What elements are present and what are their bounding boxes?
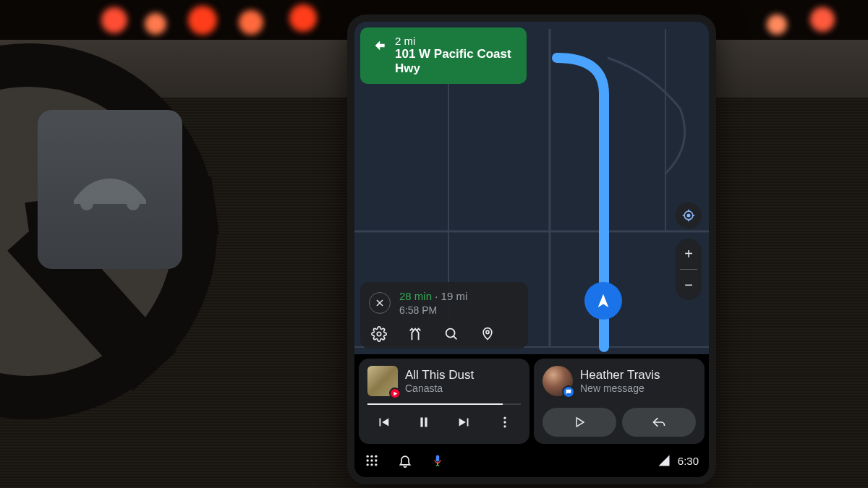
eta-card[interactable]: 28 min · 19 mi 6:58 PM [360, 282, 528, 348]
message-status: New message [580, 382, 660, 394]
infotainment-screen: 2 mi 101 W Pacific Coast Hwy + − 28 min [347, 14, 716, 484]
recenter-button[interactable] [676, 202, 702, 228]
track-artist: Canasta [405, 382, 474, 394]
alternate-routes-icon[interactable] [407, 325, 424, 343]
svg-point-19 [370, 463, 373, 466]
vehicle-location-marker [584, 282, 622, 320]
zoom-controls: + − [676, 239, 702, 300]
track-title: All This Dust [405, 368, 474, 382]
svg-point-10 [503, 425, 506, 427]
eta-distance: 19 mi [441, 290, 468, 302]
svg-point-16 [370, 459, 373, 461]
svg-point-20 [375, 463, 377, 466]
svg-point-3 [687, 214, 689, 216]
voice-assistant-button[interactable] [431, 453, 444, 468]
next-track-button[interactable] [453, 411, 476, 434]
svg-point-17 [375, 459, 377, 461]
svg-point-0 [80, 197, 93, 210]
media-source-badge-icon [389, 388, 401, 399]
svg-point-14 [375, 455, 377, 458]
more-options-button[interactable] [493, 411, 516, 434]
turn-left-icon [369, 36, 388, 58]
navigation-map[interactable]: 2 mi 101 W Pacific Coast Hwy + − 28 min [354, 22, 709, 354]
notifications-button[interactable] [398, 453, 412, 468]
location-pin-icon[interactable] [479, 325, 496, 343]
turn-direction-card[interactable]: 2 mi 101 W Pacific Coast Hwy [360, 27, 527, 84]
zoom-out-button[interactable]: − [676, 270, 702, 300]
svg-marker-11 [576, 418, 584, 427]
system-bar: 6:30 [354, 444, 709, 477]
album-art [367, 366, 398, 396]
app-launcher-button[interactable] [365, 453, 379, 468]
message-card[interactable]: Heather Travis New message [534, 359, 705, 444]
media-card[interactable]: All This Dust Canasta [359, 359, 529, 444]
zoom-in-button[interactable]: + [676, 239, 702, 269]
svg-point-9 [503, 421, 506, 423]
svg-point-4 [377, 332, 381, 336]
settings-icon[interactable] [370, 325, 388, 343]
widget-row: All This Dust Canasta [354, 354, 709, 444]
svg-point-8 [503, 417, 506, 419]
play-message-button[interactable] [542, 408, 616, 437]
svg-point-12 [367, 455, 369, 458]
pause-button[interactable] [412, 411, 435, 434]
previous-track-button[interactable] [372, 411, 395, 434]
svg-point-1 [127, 197, 140, 210]
turn-road-name: 101 W Pacific Coast Hwy [395, 47, 515, 77]
cell-signal-icon [658, 455, 671, 466]
reply-button[interactable] [622, 408, 696, 437]
instrument-cluster [38, 110, 182, 269]
playback-progress[interactable] [367, 403, 521, 405]
turn-distance: 2 mi [395, 35, 515, 47]
message-sender: Heather Travis [580, 368, 660, 382]
svg-point-5 [446, 329, 455, 338]
eta-arrival-time: 6:58 PM [399, 304, 467, 317]
svg-point-18 [367, 463, 369, 466]
svg-point-6 [486, 330, 489, 333]
eta-duration: 28 min [399, 290, 432, 302]
svg-marker-7 [393, 391, 397, 395]
svg-point-15 [367, 459, 369, 461]
contact-avatar [542, 366, 573, 396]
svg-point-13 [370, 455, 373, 458]
messages-app-badge-icon [562, 385, 575, 398]
close-navigation-button[interactable] [369, 292, 391, 314]
clock: 6:30 [678, 455, 699, 467]
search-icon[interactable] [443, 325, 460, 343]
